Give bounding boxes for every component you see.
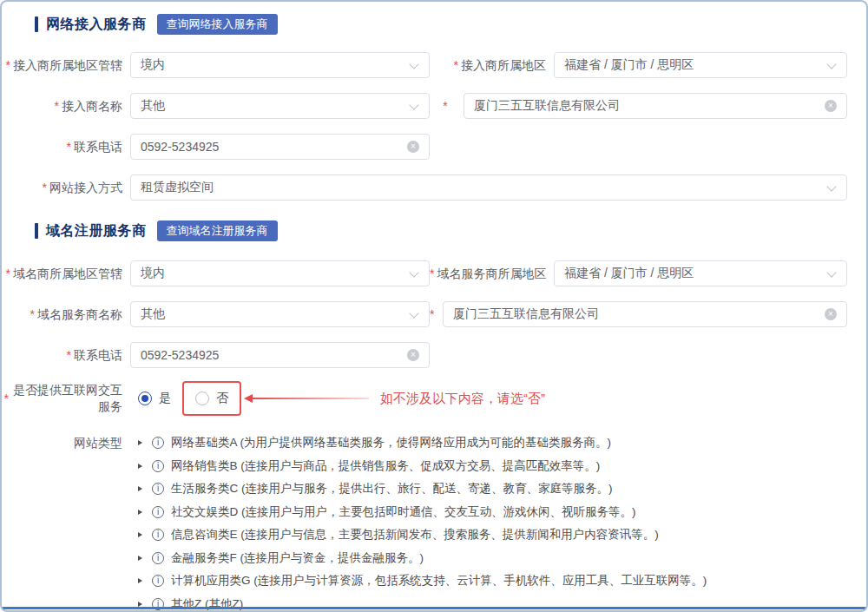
website-type-item[interactable]: 信息咨询类E (连接用户与信息，主要包括新闻发布、搜索服务、提供新闻和用户内容资… <box>130 523 866 547</box>
website-type-item[interactable]: 网络销售类B (连接用户与商品，提供销售服务、促成双方交易、提高匹配效率等。) <box>130 455 866 478</box>
required-asterisk: * <box>430 267 434 280</box>
caret-right-icon[interactable] <box>138 578 142 583</box>
access-phone-field <box>130 134 430 160</box>
required-asterisk: * <box>43 181 47 194</box>
form-row: *接入商所属地区管辖 境内 *接入商所属地区 福建省 / 厦门市 / 思明区 <box>2 52 847 78</box>
query-network-access-provider-button[interactable]: 查询网络接入服务商 <box>157 14 278 35</box>
website-type-text: 社交文娱类D (连接用户与用户，主要包括即时通信、交友互动、游戏休闲、视听服务等… <box>171 504 636 520</box>
chevron-down-icon <box>409 309 419 319</box>
info-icon <box>152 529 164 541</box>
website-type-item[interactable]: 社交文娱类D (连接用户与用户，主要包括即时通信、交友互动、游戏休闲、视听服务等… <box>130 501 866 524</box>
required-asterisk: * <box>6 58 10 72</box>
access-jurisdiction-select[interactable]: 境内 <box>130 52 430 78</box>
caret-right-icon[interactable] <box>138 510 142 515</box>
website-type-text: 生活服务类C (连接用户与服务，提供出行、旅行、配送、寄递、教育、家庭等服务。) <box>171 481 613 497</box>
domain-jurisdiction-select[interactable]: 境内 <box>130 260 430 286</box>
interactive-service-row: * 是否提供互联网交互服务 是 否 如不涉及以下内容，请选“否” <box>2 380 866 417</box>
field-label: * 是否提供互联网交互服务 <box>2 382 130 415</box>
field-label: *域名服务商所属地区 <box>430 260 554 286</box>
radio-selected-icon[interactable] <box>138 392 152 405</box>
select-value: 其他 <box>141 98 404 114</box>
access-provider-name-select[interactable]: 其他 <box>130 93 430 119</box>
field-domain-phone: *联系电话 <box>2 342 430 368</box>
field-label: *接入商所属地区管辖 <box>2 52 130 78</box>
chevron-down-icon <box>826 182 837 193</box>
radio-option-yes[interactable]: 是 <box>138 391 171 406</box>
field-access-region: *接入商所属地区 福建省 / 厦门市 / 思明区 <box>430 52 847 78</box>
website-type-text: 网络基础类A (为用户提供网络基础类服务，使得网络应用成为可能的基础类服务商。) <box>171 435 611 451</box>
network-access-form: *接入商所属地区管辖 境内 *接入商所属地区 福建省 / 厦门市 / 思明区 *… <box>2 52 866 201</box>
info-icon <box>152 552 164 564</box>
info-icon <box>152 460 164 472</box>
clear-icon[interactable] <box>407 141 419 153</box>
section-accent-bar <box>35 16 38 32</box>
domain-region-select[interactable]: 福建省 / 厦门市 / 思明区 <box>554 260 847 286</box>
domain-registrar-custom-name-field <box>443 301 847 327</box>
field-domain-region: *域名服务商所属地区 福建省 / 厦门市 / 思明区 <box>430 260 847 286</box>
required-asterisk: * <box>30 307 35 321</box>
clear-icon[interactable] <box>407 349 419 361</box>
caret-right-icon[interactable] <box>138 486 142 491</box>
icp-filing-form-panel: 网络接入服务商 查询网络接入服务商 *接入商所属地区管辖 境内 *接入商所属地区… <box>0 0 868 612</box>
form-row: *网站接入方式 租赁虚拟空间 <box>2 174 847 201</box>
domain-registrar-custom-name-input[interactable] <box>453 307 819 321</box>
field-label: *域名服务商名称 <box>2 301 130 327</box>
annotation-text: 如不涉及以下内容，请选“否” <box>380 391 545 407</box>
field-domain-jurisdiction: *域名商所属地区管辖 境内 <box>2 260 430 286</box>
field-label: *接入商所属地区 <box>430 52 554 78</box>
clear-icon[interactable] <box>825 308 837 320</box>
field-access-jurisdiction: *接入商所属地区管辖 境内 <box>2 52 430 78</box>
field-label: *联系电话 <box>2 134 130 160</box>
info-icon <box>152 506 164 518</box>
field-domain-registrar-name: *域名服务商名称 其他 <box>2 301 430 327</box>
required-asterisk: * <box>6 267 10 280</box>
website-type-text: 信息咨询类E (连接用户与信息，主要包括新闻发布、搜索服务、提供新闻和用户内容资… <box>171 527 659 543</box>
caret-right-icon[interactable] <box>138 532 142 537</box>
caret-right-icon[interactable] <box>138 464 142 469</box>
section-title: 网络接入服务商 <box>46 16 147 34</box>
required-asterisk: * <box>430 93 464 119</box>
field-label: *网站接入方式 <box>2 174 130 201</box>
form-row: *接入商名称 其他 * <box>2 93 847 119</box>
clear-icon[interactable] <box>825 100 837 112</box>
radio-unselected-icon[interactable] <box>195 392 209 405</box>
query-domain-registrar-button[interactable]: 查询域名注册服务商 <box>157 220 278 241</box>
required-asterisk: * <box>430 301 443 327</box>
website-type-item[interactable]: 计算机应用类G (连接用户与计算资源，包括系统支持、云计算、手机软件、应用工具、… <box>130 569 866 593</box>
field-label: *域名商所属地区管辖 <box>2 260 130 286</box>
access-region-select[interactable]: 福建省 / 厦门市 / 思明区 <box>554 52 847 78</box>
website-type-item[interactable]: 金融服务类F (连接用户与资金，提供金融服务。) <box>130 547 866 570</box>
arrow-left-icon <box>244 394 253 403</box>
website-type-section: 网站类型 网络基础类A (为用户提供网络基础类服务，使得网络应用成为可能的基础类… <box>2 431 866 612</box>
form-row: *联系电话 <box>2 342 847 368</box>
domain-registrar-name-select[interactable]: 其他 <box>130 301 430 327</box>
website-type-item[interactable]: 网络基础类A (为用户提供网络基础类服务，使得网络应用成为可能的基础类服务商。) <box>130 431 866 455</box>
caret-right-icon[interactable] <box>138 602 142 607</box>
website-type-item[interactable]: 生活服务类C (连接用户与服务，提供出行、旅行、配送、寄递、教育、家庭等服务。) <box>130 477 866 501</box>
info-icon <box>152 575 164 587</box>
website-access-method-select[interactable]: 租赁虚拟空间 <box>130 174 847 201</box>
annotation-arrow <box>244 394 369 403</box>
required-asterisk: * <box>67 348 71 362</box>
chevron-down-icon <box>826 60 837 70</box>
section-accent-bar <box>35 223 38 239</box>
chevron-down-icon <box>409 60 419 70</box>
domain-phone-input[interactable] <box>141 348 402 362</box>
radio-option-no[interactable]: 否 <box>195 391 228 406</box>
field-access-provider-name: *接入商名称 其他 <box>2 93 430 119</box>
chevron-down-icon <box>826 268 837 279</box>
required-asterisk: * <box>454 58 458 72</box>
domain-registrar-form: *域名商所属地区管辖 境内 *域名服务商所属地区 福建省 / 厦门市 / 思明区… <box>2 260 866 368</box>
select-value: 其他 <box>141 306 404 322</box>
field-label: *联系电话 <box>2 342 130 368</box>
select-value: 租赁虚拟空间 <box>141 180 821 195</box>
info-icon <box>152 437 164 449</box>
caret-right-icon[interactable] <box>138 556 142 561</box>
caret-right-icon[interactable] <box>138 440 142 445</box>
access-phone-input[interactable] <box>141 140 402 154</box>
select-value: 境内 <box>141 57 404 73</box>
radio-label: 否 <box>216 391 228 406</box>
bottom-divider-bar <box>2 607 866 609</box>
access-provider-custom-name-input[interactable] <box>474 99 819 113</box>
network-access-section-header: 网络接入服务商 查询网络接入服务商 <box>35 13 866 36</box>
